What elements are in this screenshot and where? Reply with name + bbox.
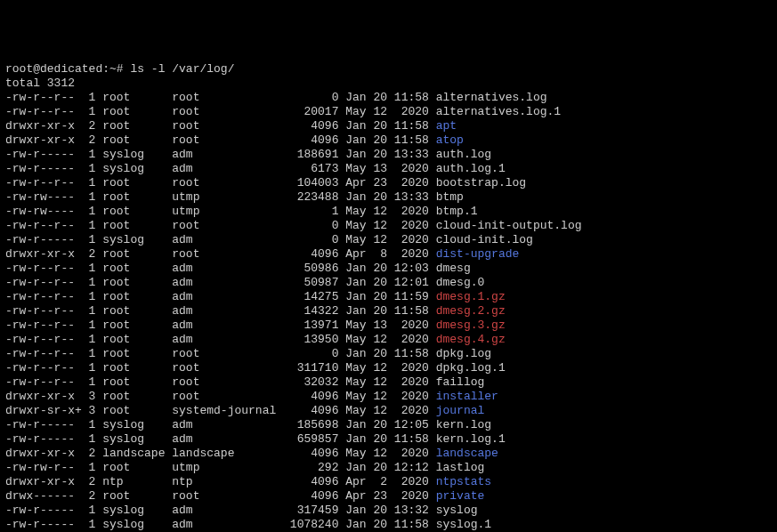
listing-row: -rw-r----- 1 syslog adm 188691 Jan 20 13…	[5, 148, 772, 162]
row-meta: drwx------ 2 root root 4096 Apr 23 2020	[5, 489, 436, 503]
listing-row: -rw-rw---- 1 root utmp 223488 Jan 20 13:…	[5, 190, 772, 205]
row-meta: -rw-r----- 1 syslog adm 185698 Jan 20 12…	[5, 418, 436, 431]
listing-row: drwxr-sr-x+ 3 root systemd-journal 4096 …	[5, 404, 772, 418]
listing-row: -rw-r--r-- 1 root root 104003 Apr 23 202…	[5, 176, 772, 190]
row-meta: drwxr-xr-x 2 root root 4096 Jan 20 11:58	[5, 119, 436, 133]
row-meta: -rw-r----- 1 syslog adm 188691 Jan 20 13…	[5, 148, 436, 161]
row-meta: -rw-r--r-- 1 root root 104003 Apr 23 202…	[5, 176, 436, 189]
row-meta: -rw-r--r-- 1 root adm 13950 May 12 2020	[5, 333, 436, 346]
row-meta: -rw-r----- 1 syslog adm 659857 Jan 20 11…	[5, 432, 436, 446]
listing-row: -rw-rw-r-- 1 root utmp 292 Jan 20 12:12 …	[5, 461, 772, 475]
listing-row: drwxr-xr-x 2 root root 4096 Apr 8 2020 d…	[5, 247, 772, 262]
file-name: dpkg.log	[436, 347, 491, 360]
listing-row: drwxr-xr-x 2 ntp ntp 4096 Apr 2 2020 ntp…	[5, 475, 772, 489]
listing-row: -rw-r--r-- 1 root adm 13950 May 12 2020 …	[5, 333, 772, 347]
listing-row: -rw-r--r-- 1 root root 311710 May 12 202…	[5, 361, 772, 375]
row-meta: drwxr-xr-x 3 root root 4096 May 12 2020	[5, 390, 436, 403]
file-name: journal	[436, 404, 485, 417]
file-name: apt	[436, 119, 457, 133]
row-meta: -rw-r--r-- 1 root root 0 Jan 20 11:58	[5, 347, 436, 360]
listing-row: -rw-rw---- 1 root utmp 1 May 12 2020 btm…	[5, 205, 772, 219]
listing-row: -rw-r--r-- 1 root adm 13971 May 13 2020 …	[5, 318, 772, 333]
listing-row: -rw-r--r-- 1 root adm 14322 Jan 20 11:58…	[5, 304, 772, 318]
row-meta: -rw-rw-r-- 1 root utmp 292 Jan 20 12:12	[5, 461, 436, 474]
row-meta: -rw-r--r-- 1 root root 0 Jan 20 11:58	[5, 91, 436, 104]
file-name: auth.log.1	[436, 162, 506, 175]
row-meta: -rw-r----- 1 syslog adm 0 May 12 2020	[5, 233, 436, 246]
row-meta: -rw-r--r-- 1 root root 20017 May 12 2020	[5, 105, 436, 118]
listing-row: -rw-r----- 1 syslog adm 659857 Jan 20 11…	[5, 432, 772, 447]
file-name: syslog	[436, 504, 478, 517]
file-name: btmp	[436, 190, 464, 204]
row-meta: -rw-r--r-- 1 root adm 14322 Jan 20 11:58	[5, 304, 436, 318]
row-meta: -rw-r--r-- 1 root adm 13971 May 13 2020	[5, 318, 436, 332]
listing-row: -rw-r--r-- 1 root root 20017 May 12 2020…	[5, 105, 772, 119]
file-name: dmesg.2.gz	[436, 304, 506, 318]
row-meta: drwxr-xr-x 2 root root 4096 Apr 8 2020	[5, 247, 436, 261]
terminal[interactable]: root@dedicated:~# ls -l /var/log/total 3…	[5, 62, 772, 532]
listing-row: -rw-r--r-- 1 root root 32032 May 12 2020…	[5, 375, 772, 390]
file-name: installer	[436, 390, 498, 403]
file-name: auth.log	[436, 148, 491, 161]
listing-row: drwxr-xr-x 2 landscape landscape 4096 Ma…	[5, 447, 772, 461]
row-meta: -rw-r--r-- 1 root root 311710 May 12 202…	[5, 361, 436, 375]
row-meta: -rw-r----- 1 syslog adm 6173 May 13 2020	[5, 162, 436, 175]
file-name: dmesg.3.gz	[436, 318, 506, 332]
row-meta: drwxr-xr-x 2 landscape landscape 4096 Ma…	[5, 447, 436, 460]
file-name: alternatives.log	[436, 91, 547, 104]
row-meta: -rw-rw---- 1 root utmp 223488 Jan 20 13:…	[5, 190, 436, 204]
listing-row: -rw-r--r-- 1 root adm 50987 Jan 20 12:01…	[5, 276, 772, 290]
file-name: dmesg.4.gz	[436, 333, 506, 346]
row-meta: -rw-r--r-- 1 root adm 50986 Jan 20 12:03	[5, 262, 436, 275]
listing-row: drwx------ 2 root root 4096 Apr 23 2020 …	[5, 489, 772, 504]
file-name: dmesg.0	[436, 276, 485, 289]
listing-row: -rw-r----- 1 syslog adm 0 May 12 2020 cl…	[5, 233, 772, 247]
listing-row: -rw-r----- 1 syslog adm 1078240 Jan 20 1…	[5, 518, 772, 532]
row-meta: -rw-r--r-- 1 root root 0 May 12 2020	[5, 219, 436, 232]
file-name: dmesg	[436, 262, 471, 275]
listing-row: drwxr-xr-x 2 root root 4096 Jan 20 11:58…	[5, 119, 772, 133]
row-meta: -rw-r--r-- 1 root adm 50987 Jan 20 12:01	[5, 276, 436, 289]
listing-row: -rw-r--r-- 1 root adm 14275 Jan 20 11:59…	[5, 290, 772, 304]
file-name: lastlog	[436, 461, 485, 474]
row-meta: -rw-r----- 1 syslog adm 317459 Jan 20 13…	[5, 504, 436, 517]
command: ls -l /var/log/	[130, 62, 234, 76]
listing-row: -rw-r----- 1 syslog adm 185698 Jan 20 12…	[5, 418, 772, 432]
listing-row: drwxr-xr-x 3 root root 4096 May 12 2020 …	[5, 390, 772, 404]
row-meta: -rw-r--r-- 1 root adm 14275 Jan 20 11:59	[5, 290, 436, 303]
file-name: dpkg.log.1	[436, 361, 506, 375]
file-name: dist-upgrade	[436, 247, 520, 261]
listing-row: -rw-r--r-- 1 root root 0 Jan 20 11:58 al…	[5, 91, 772, 105]
prompt: root@dedicated:~#	[5, 62, 124, 76]
file-name: ntpstats	[436, 475, 491, 488]
total-line: total 3312	[5, 77, 772, 91]
file-name: kern.log	[436, 418, 491, 431]
listing-row: drwxr-xr-x 2 root root 4096 Jan 20 11:58…	[5, 133, 772, 148]
file-name: kern.log.1	[436, 432, 506, 446]
file-name: dmesg.1.gz	[436, 290, 506, 303]
row-meta: drwxr-xr-x 2 ntp ntp 4096 Apr 2 2020	[5, 475, 436, 488]
file-name: landscape	[436, 447, 498, 460]
file-name: btmp.1	[436, 205, 478, 218]
listing-row: -rw-r--r-- 1 root root 0 May 12 2020 clo…	[5, 219, 772, 233]
listing-row: -rw-r--r-- 1 root adm 50986 Jan 20 12:03…	[5, 262, 772, 276]
listing-row: -rw-r----- 1 syslog adm 6173 May 13 2020…	[5, 162, 772, 176]
listing-row: -rw-r----- 1 syslog adm 317459 Jan 20 13…	[5, 504, 772, 518]
file-name: syslog.1	[436, 518, 491, 531]
file-name: atop	[436, 133, 464, 147]
command-line: root@dedicated:~# ls -l /var/log/	[5, 62, 772, 77]
row-meta: -rw-r----- 1 syslog adm 1078240 Jan 20 1…	[5, 518, 436, 531]
file-name: faillog	[436, 375, 485, 389]
row-meta: -rw-r--r-- 1 root root 32032 May 12 2020	[5, 375, 436, 389]
row-meta: drwxr-xr-x 2 root root 4096 Jan 20 11:58	[5, 133, 436, 147]
file-name: private	[436, 489, 485, 503]
file-name: cloud-init.log	[436, 233, 533, 246]
row-meta: drwxr-sr-x+ 3 root systemd-journal 4096 …	[5, 404, 436, 417]
row-meta: -rw-rw---- 1 root utmp 1 May 12 2020	[5, 205, 436, 218]
listing-row: -rw-r--r-- 1 root root 0 Jan 20 11:58 dp…	[5, 347, 772, 361]
file-name: cloud-init-output.log	[436, 219, 582, 232]
file-name: alternatives.log.1	[436, 105, 561, 118]
file-name: bootstrap.log	[436, 176, 526, 189]
